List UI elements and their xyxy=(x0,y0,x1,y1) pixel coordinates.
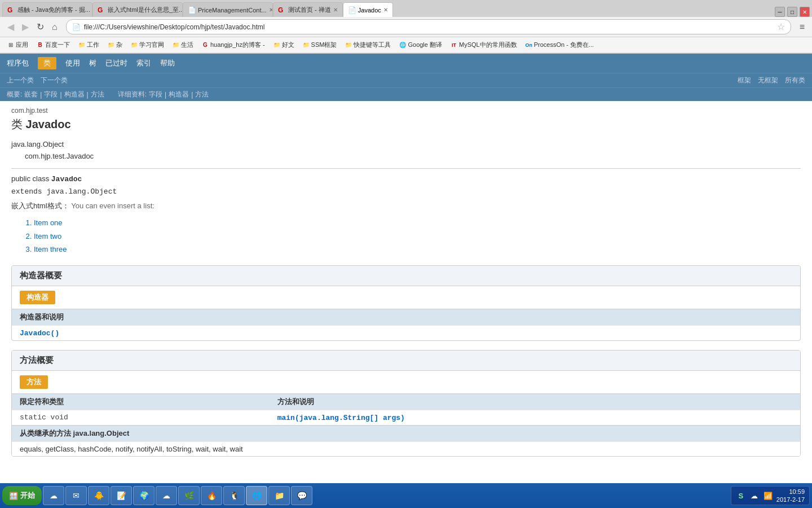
subnav-prev[interactable]: 上一个类 xyxy=(7,76,34,85)
method-table-header: 限定符和类型 方法和说明 xyxy=(12,393,800,410)
class-title-prefix: 类 xyxy=(11,118,26,130)
tab-1-icon: G xyxy=(7,6,15,14)
breadcrumb-method[interactable]: 方法 xyxy=(91,90,104,99)
class-name: Javadoc xyxy=(26,118,71,130)
subnav-next[interactable]: 下一个类 xyxy=(41,76,68,85)
tab-3[interactable]: 📄 PriceManagementCont... ✕ xyxy=(183,2,273,17)
bookmark-articles[interactable]: 📁 好文 xyxy=(271,40,297,50)
method-col-method: 方法和说明 xyxy=(277,397,792,407)
window-controls: ─ □ ✕ xyxy=(775,7,810,17)
constructor-section-header: 构造器概要 xyxy=(12,266,800,286)
nav-deprecated[interactable]: 已过时 xyxy=(105,58,127,68)
bookmark-apps-label: 应用 xyxy=(16,41,28,49)
method-sig-1: main(java.lang.String[] args) xyxy=(277,413,792,422)
breadcrumb-nested[interactable]: 嵌套 xyxy=(24,90,38,99)
refresh-button[interactable]: ↻ xyxy=(34,20,47,33)
subnav-frames[interactable]: 框架 xyxy=(738,76,751,85)
tab-5[interactable]: 📄 Javadoc ✕ xyxy=(343,2,393,17)
bookmark-work[interactable]: 📁 工作 xyxy=(76,40,102,50)
method-row-1: static void main(java.lang.String[] args… xyxy=(12,410,800,425)
tab-4-label: 测试首页 - 禅道 xyxy=(288,6,331,14)
breadcrumb-field2[interactable]: 字段 xyxy=(149,90,162,99)
forward-button[interactable]: ▶ xyxy=(19,20,32,33)
nav-class[interactable]: 类 xyxy=(38,57,56,69)
minimize-button[interactable]: ─ xyxy=(775,7,785,17)
inheritance-root: java.lang.Object xyxy=(11,139,801,151)
tab-4-icon: G xyxy=(278,6,286,14)
class-signature: public class Javadoc xyxy=(11,174,801,183)
class-description: 嵌入式html格式： You can even insert a list: xyxy=(11,200,801,212)
tab-3-close[interactable]: ✕ xyxy=(269,7,273,13)
home-button[interactable]: ⌂ xyxy=(49,21,60,33)
bookmark-processon[interactable]: On ProcessOn - 免费在... xyxy=(523,40,596,50)
bookmark-learn[interactable]: 📁 学习官网 xyxy=(128,40,166,50)
baidu-icon: B xyxy=(36,41,44,49)
desc-content: You can even insert a list: xyxy=(71,202,155,210)
tab-4[interactable]: G 测试首页 - 禅道 ✕ xyxy=(273,2,343,17)
apps-icon: ⊞ xyxy=(7,41,15,49)
class-title: 类 Javadoc xyxy=(11,117,801,132)
bookmark-star[interactable]: ☆ xyxy=(777,21,785,32)
close-button[interactable]: ✕ xyxy=(800,7,810,17)
translate-icon: 🌐 xyxy=(399,41,407,49)
bookmark-articles-label: 好文 xyxy=(282,41,294,49)
mysql-icon: IT xyxy=(450,41,458,49)
bookmark-ssm[interactable]: 📁 SSM框架 xyxy=(300,40,339,50)
bookmark-translate-label: Google 翻译 xyxy=(408,41,442,49)
bookmark-baidu[interactable]: B 百度一下 xyxy=(34,40,72,50)
class-extends: extends java.lang.Object xyxy=(11,187,801,196)
tab-2-label: 嵌入式html是什么意思_至... xyxy=(108,6,183,14)
javadoc-breadcrumb: 概要: 嵌套 | 字段 | 构造器 | 方法 详细资料: 字段 | 构造器 | … xyxy=(0,87,812,101)
breadcrumb-method2[interactable]: 方法 xyxy=(195,90,209,99)
tab-3-label: PriceManagementCont... xyxy=(198,7,267,14)
tab-2-icon: G xyxy=(98,6,105,14)
constructor-col-header: 构造器和说明 xyxy=(20,312,792,322)
javadoc-content: com.hjp.test 类 Javadoc java.lang.Object … xyxy=(0,101,812,471)
inherited-methods-row: equals, getClass, hashCode, notify, noti… xyxy=(12,441,800,456)
tab-4-close[interactable]: ✕ xyxy=(333,7,338,13)
nav-help[interactable]: 帮助 xyxy=(160,58,175,68)
javadoc-nav: 程序包 类 使用 树 已过时 索引 帮助 xyxy=(0,54,812,73)
bookmark-misc[interactable]: 📁 杂 xyxy=(105,40,125,50)
embedded-list: Item one Item two Item three xyxy=(34,216,801,256)
tab-5-close[interactable]: ✕ xyxy=(383,7,388,13)
nav-tree[interactable]: 树 xyxy=(89,58,96,68)
blog-icon: G xyxy=(201,41,209,49)
inherited-title: 从类继承的方法 java.lang.Object xyxy=(20,429,129,437)
bookmark-ssm-label: SSM框架 xyxy=(311,41,337,49)
back-button[interactable]: ◀ xyxy=(5,20,17,33)
method-badge[interactable]: 方法 xyxy=(20,375,48,389)
bookmark-mysql[interactable]: IT MySQL中的常用函数 xyxy=(448,40,519,50)
bookmark-translate[interactable]: 🌐 Google 翻译 xyxy=(396,40,444,50)
bookmark-mysql-label: MySQL中的常用函数 xyxy=(459,41,517,49)
javadoc-subnav: 上一个类 下一个类 框架 无框架 所有类 xyxy=(0,73,812,87)
bookmark-life[interactable]: 📁 生活 xyxy=(170,40,196,50)
subnav-allclasses[interactable]: 所有类 xyxy=(785,76,805,85)
bookmark-apps[interactable]: ⊞ 应用 xyxy=(5,40,30,50)
breadcrumb-constructor2[interactable]: 构造器 xyxy=(169,90,189,99)
subnav-noframes[interactable]: 无框架 xyxy=(758,76,778,85)
tab-1[interactable]: G 感触 - Java免的博客 - 掘... ✕ xyxy=(2,2,92,17)
inheritance-tree: java.lang.Object com.hjp.test.Javadoc xyxy=(11,139,801,163)
method-section-header: 方法概要 xyxy=(12,351,800,371)
bookmarks-bar: ⊞ 应用 B 百度一下 📁 工作 📁 杂 📁 学习官网 📁 生活 xyxy=(0,37,812,53)
bookmark-blog[interactable]: G huangjp_hz的博客 - xyxy=(199,40,267,50)
nav-package[interactable]: 程序包 xyxy=(7,58,29,68)
bookmark-shortcuts[interactable]: 📁 快捷键等工具 xyxy=(342,40,393,50)
breadcrumb-field[interactable]: 字段 xyxy=(44,90,58,99)
list-item-2: Item two xyxy=(34,230,801,243)
menu-button[interactable]: ≡ xyxy=(797,21,807,33)
breadcrumb-constructor[interactable]: 构造器 xyxy=(64,90,85,99)
folder-icon-7: 📁 xyxy=(345,41,352,49)
nav-index[interactable]: 索引 xyxy=(136,58,151,68)
inheritance-child: com.hjp.test.Javadoc xyxy=(25,151,801,163)
method-link-1[interactable]: main(java.lang.String[] args) xyxy=(277,414,405,422)
tab-2[interactable]: G 嵌入式html是什么意思_至... ✕ xyxy=(92,2,183,17)
folder-icon-3: 📁 xyxy=(130,41,138,49)
maximize-button[interactable]: □ xyxy=(787,7,797,17)
nav-use[interactable]: 使用 xyxy=(65,58,80,68)
address-bar[interactable]: 📄 file:///C:/Users/viewshine/Desktop/com… xyxy=(66,19,791,34)
constructor-badge[interactable]: 构造器 xyxy=(20,291,55,304)
file-icon: 📄 xyxy=(72,23,81,31)
constructor-link[interactable]: Javadoc() xyxy=(20,329,59,338)
